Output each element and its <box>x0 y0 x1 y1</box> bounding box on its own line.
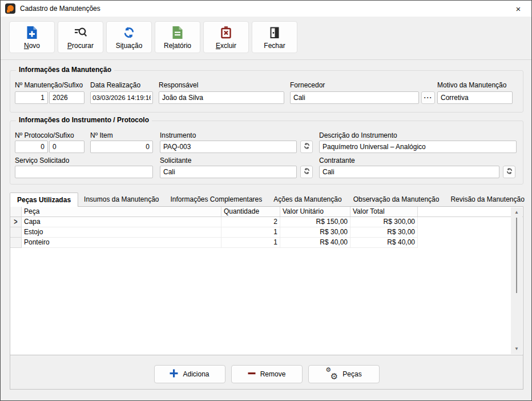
maintenance-suffix-input[interactable] <box>49 91 84 104</box>
tab-acoes-da-manutencao[interactable]: Ações da Manutenção <box>268 193 347 206</box>
realization-date-input[interactable] <box>90 91 153 104</box>
close-form-button[interactable]: Fechar <box>252 21 297 53</box>
plus-icon <box>170 369 178 379</box>
status-button[interactable]: Situação <box>106 21 152 53</box>
search-button-label: Procurar <box>67 42 94 50</box>
item-number-input[interactable] <box>90 141 153 153</box>
report-document-icon <box>172 25 183 40</box>
search-button[interactable]: Procurar <box>58 21 103 53</box>
selected-row-indicator-icon: > <box>14 217 17 227</box>
maintenance-number-label: Nº Manutenção/Sufixo <box>15 81 83 89</box>
cell-peca: Ponteiro <box>22 238 221 248</box>
door-exit-icon <box>268 25 281 40</box>
supplier-browse-button[interactable]: ··· <box>421 91 435 104</box>
column-header-valor-total[interactable]: Valor Total <box>350 207 418 216</box>
cell-quantidade: 1 <box>221 227 280 238</box>
add-part-button[interactable]: Adiciona <box>154 365 225 383</box>
responsible-label: Responsável <box>159 81 198 89</box>
cell-valor-total: R$ 300,00 <box>350 217 418 227</box>
table-row[interactable]: Estojo 1 R$ 30,00 R$ 30,00 <box>10 227 523 238</box>
tab-informacoes-complementares[interactable]: Informações Complementares <box>164 193 268 206</box>
grid-header-gutter <box>10 207 22 216</box>
close-window-button[interactable]: × <box>505 1 531 17</box>
parts-grid: Peça Quantidade Valor Unitário Valor Tot… <box>10 207 523 355</box>
grid-actions: Adiciona Remove ⚙⚙ Peças <box>10 365 523 383</box>
cell-valor-total: R$ 30,00 <box>350 227 418 238</box>
reload-icon <box>303 167 311 177</box>
reason-label: Motivo da Manutenção <box>437 81 506 89</box>
table-row[interactable]: Ponteiro 1 R$ 40,00 R$ 40,00 <box>10 238 523 248</box>
row-selection-gutter <box>10 227 22 238</box>
maintenance-info-title: Informações da Manutenção <box>16 66 114 74</box>
cell-quantidade: 2 <box>221 217 280 227</box>
report-button-label: Relatório <box>164 42 191 50</box>
reload-icon <box>303 142 311 152</box>
reload-icon <box>506 167 513 177</box>
cell-valor-unitario: R$ 150,00 <box>280 217 350 227</box>
parts-button-label: Peças <box>342 370 361 378</box>
requested-service-label: Serviço Solicitado <box>15 157 69 165</box>
grid-header-row: Peça Quantidade Valor Unitário Valor Tot… <box>10 207 523 217</box>
instrument-description-input[interactable] <box>319 141 517 153</box>
protocol-suffix-input[interactable] <box>49 141 84 153</box>
column-header-valor-unitario[interactable]: Valor Unitário <box>280 207 350 216</box>
realization-date-label: Data Realização <box>90 81 140 89</box>
row-selection-gutter <box>10 238 22 248</box>
tab-bar: Peças Utilizadas Insumos da Manutenção I… <box>10 193 530 206</box>
gears-icon: ⚙⚙ <box>325 368 338 380</box>
tab-insumos-da-manutencao[interactable]: Insumos da Manutenção <box>78 193 164 206</box>
close-icon: × <box>516 4 521 14</box>
table-row[interactable]: > Capa 2 R$ 150,00 R$ 300,00 <box>10 217 523 227</box>
instrument-description-label: Descrição do Instrumento <box>319 131 397 139</box>
maintenance-window: Cadastro de Manutenções × Novo <box>0 0 532 401</box>
supplier-input[interactable] <box>290 91 419 104</box>
scroll-down-icon[interactable]: ▼ <box>511 345 522 353</box>
cell-quantidade: 1 <box>221 238 280 248</box>
close-form-button-label: Fechar <box>264 42 285 50</box>
add-part-button-label: Adiciona <box>183 370 209 378</box>
new-button-label: Novo <box>24 42 40 50</box>
app-logo-icon <box>5 3 15 14</box>
reason-input[interactable] <box>437 91 513 104</box>
cell-peca: Capa <box>22 217 221 227</box>
status-button-label: Situação <box>116 42 143 50</box>
contractor-reload-button[interactable] <box>503 166 515 178</box>
requester-label: Solicitante <box>160 157 191 165</box>
instrument-input[interactable] <box>160 141 297 153</box>
contractor-input[interactable] <box>319 166 499 178</box>
scroll-up-icon[interactable]: ▲ <box>511 208 522 216</box>
new-button[interactable]: Novo <box>9 21 55 53</box>
grid-vertical-scrollbar[interactable]: ▲ ▼ <box>511 207 522 354</box>
title-bar: Cadastro de Manutenções × <box>1 1 531 17</box>
scrollbar-thumb[interactable] <box>516 218 517 293</box>
refresh-arrows-icon <box>122 25 136 40</box>
tab-page-pecas-utilizadas: Peça Quantidade Valor Unitário Valor Tot… <box>10 206 523 390</box>
instrument-info-title: Informações do Instrumento / Protocolo <box>16 116 152 124</box>
maintenance-info-group: Informações da Manutenção Nº Manutenção/… <box>10 70 523 113</box>
remove-part-button[interactable]: Remove <box>231 365 303 383</box>
cell-valor-unitario: R$ 30,00 <box>280 227 350 238</box>
requested-service-input[interactable] <box>15 166 153 178</box>
instrument-label: Instrumento <box>160 131 196 139</box>
column-header-quantidade[interactable]: Quantidade <box>221 207 280 216</box>
tab-revisao-da-manutencao[interactable]: Revisão da Manutenção <box>445 193 530 206</box>
delete-button[interactable]: Excluir <box>203 21 249 53</box>
requester-input[interactable] <box>160 166 297 178</box>
tab-pecas-utilizadas[interactable]: Peças Utilizadas <box>10 193 78 207</box>
tab-observacao-da-manutencao[interactable]: Observação da Manutenção <box>348 193 445 206</box>
contractor-label: Contratante <box>319 157 355 165</box>
instrument-reload-button[interactable] <box>300 141 313 153</box>
window-title: Cadastro de Manutenções <box>20 1 100 17</box>
responsible-input[interactable] <box>159 91 284 104</box>
delete-button-label: Excluir <box>216 42 236 50</box>
cell-peca: Estojo <box>22 227 221 238</box>
requester-reload-button[interactable] <box>300 166 313 178</box>
search-list-icon <box>74 25 87 40</box>
column-header-peca[interactable]: Peça <box>22 207 221 216</box>
cell-valor-total: R$ 40,00 <box>350 238 418 248</box>
supplier-label: Fornecedor <box>290 81 325 89</box>
protocol-number-input[interactable] <box>15 141 48 153</box>
parts-button[interactable]: ⚙⚙ Peças <box>308 365 380 383</box>
report-button[interactable]: Relatório <box>155 21 200 53</box>
maintenance-number-input[interactable] <box>15 91 48 104</box>
